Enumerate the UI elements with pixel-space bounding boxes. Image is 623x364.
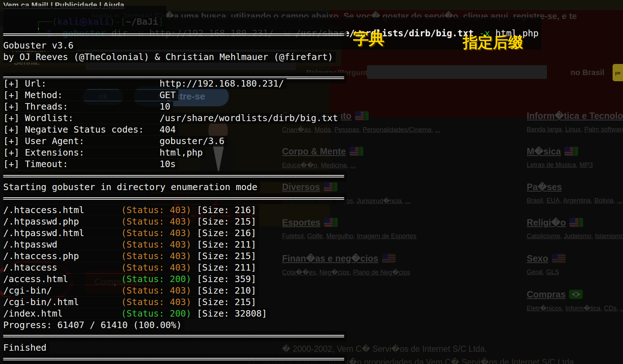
config-label: [+] Threads: bbox=[3, 101, 160, 112]
gobuster-authors: by OJ Reeves (@TheColonial) & Christian … bbox=[3, 52, 336, 63]
result-size: [Size: 215] bbox=[191, 216, 257, 227]
result-path: /.htaccess bbox=[3, 262, 121, 273]
result-row: /.htaccess.php(Status: 403) [Size: 215] bbox=[3, 251, 259, 262]
starting-line: Starting gobuster in directory enumerati… bbox=[3, 182, 260, 193]
config-row: [+] Threads:10 bbox=[3, 101, 173, 112]
config-value: html,php bbox=[160, 147, 203, 158]
result-path: /access.html bbox=[3, 274, 121, 285]
config-value: GET bbox=[160, 90, 176, 100]
separator-line: ════════════════════════════════════════… bbox=[3, 331, 347, 342]
finished-line: Finished bbox=[3, 342, 49, 353]
config-row: [+] User Agent:gobuster/3.6 bbox=[3, 136, 227, 147]
result-row: /access.html(Status: 200) [Size: 359] bbox=[3, 274, 259, 285]
progress-line: Progress: 61407 / 61410 (100.00%) bbox=[3, 320, 185, 331]
result-status: (Status: 403) bbox=[121, 262, 191, 273]
config-value: 10 bbox=[160, 101, 170, 112]
result-size: [Size: 215] bbox=[191, 251, 257, 261]
result-row: /cgi-bin/(Status: 403) [Size: 210] bbox=[3, 285, 259, 296]
config-row: [+] Negative Status codes:404 bbox=[3, 124, 179, 135]
config-value: 404 bbox=[160, 124, 176, 135]
result-status: (Status: 200) bbox=[121, 308, 191, 319]
result-size: [Size: 211] bbox=[191, 262, 257, 273]
result-row: /index.html(Status: 200) [Size: 32808] bbox=[3, 308, 270, 319]
config-label: [+] User Agent: bbox=[3, 136, 160, 147]
result-size: [Size: 211] bbox=[191, 239, 257, 250]
config-label: [+] Timeout: bbox=[3, 159, 160, 170]
result-row: /.htpasswd.html(Status: 403) [Size: 216] bbox=[3, 228, 259, 239]
result-size: [Size: 32808] bbox=[191, 308, 267, 319]
result-path: /cgi-bin/ bbox=[3, 285, 121, 296]
result-path: /cgi-bin/.html bbox=[3, 297, 121, 308]
config-row: [+] Timeout:10s bbox=[3, 159, 179, 170]
separator-line: ════════════════════════════════════════… bbox=[3, 171, 347, 182]
result-size: [Size: 216] bbox=[191, 205, 257, 215]
result-path: /.htpasswd bbox=[3, 239, 121, 250]
config-label: [+] Url: bbox=[3, 78, 160, 89]
result-status: (Status: 403) bbox=[121, 216, 191, 227]
result-size: [Size: 210] bbox=[191, 285, 257, 296]
separator-line: ════════════════════════════════════════… bbox=[3, 193, 347, 204]
result-path: /.htaccess.php bbox=[3, 251, 121, 262]
result-status: (Status: 403) bbox=[121, 251, 191, 261]
result-size: [Size: 359] bbox=[191, 274, 257, 284]
config-row: [+] Method:GET bbox=[3, 90, 179, 101]
annotation-suffix: 指定后缀 bbox=[463, 32, 523, 52]
gobuster-version: Gobuster v3.6 bbox=[3, 40, 77, 51]
result-status: (Status: 403) bbox=[121, 285, 191, 296]
config-row: [+] Extensions:html,php bbox=[3, 147, 206, 158]
result-status: (Status: 403) bbox=[121, 228, 191, 238]
config-label: [+] Negative Status codes: bbox=[3, 124, 160, 135]
result-row: /.htaccess(Status: 403) [Size: 211] bbox=[3, 262, 259, 273]
screenshot-root: Vem ca Mail! | Publicidade | Ajuda teste… bbox=[0, 0, 623, 364]
config-label: [+] Extensions: bbox=[3, 147, 160, 158]
config-value: 10s bbox=[160, 159, 176, 169]
result-size: [Size: 215] bbox=[191, 297, 257, 307]
separator-line: ════════════════════════════════════════… bbox=[3, 354, 347, 364]
result-row: /.htaccess.html(Status: 403) [Size: 216] bbox=[3, 205, 259, 216]
result-status: (Status: 403) bbox=[121, 297, 191, 307]
result-status: (Status: 403) bbox=[121, 205, 191, 215]
result-path: /.htpasswd.php bbox=[3, 216, 121, 227]
result-row: /.htpasswd(Status: 403) [Size: 211] bbox=[3, 239, 259, 250]
config-value: http://192.168.180.231/ bbox=[160, 78, 284, 89]
config-value: /usr/share/wordlists/dirb/big.txt bbox=[160, 113, 338, 123]
annotation-dictionary: 字典 bbox=[353, 28, 384, 49]
result-row: /cgi-bin/.html(Status: 403) [Size: 215] bbox=[3, 297, 259, 308]
result-path: /index.html bbox=[3, 308, 121, 319]
result-row: /.htpasswd.php(Status: 403) [Size: 215] bbox=[3, 216, 259, 227]
config-label: [+] Wordlist: bbox=[3, 113, 160, 124]
config-row: [+] Url:http://192.168.180.231/ bbox=[3, 78, 287, 89]
result-status: (Status: 403) bbox=[121, 239, 191, 250]
result-size: [Size: 216] bbox=[191, 228, 257, 238]
config-value: gobuster/3.6 bbox=[160, 136, 225, 146]
result-path: /.htpasswd.html bbox=[3, 228, 121, 239]
config-label: [+] Method: bbox=[3, 90, 160, 101]
terminal-output: ┌──(kali㉿kali)-[~/BaJi] └─$ gobuster dir… bbox=[0, 0, 623, 364]
config-row: [+] Wordlist:/usr/share/wordlists/dirb/b… bbox=[3, 113, 341, 124]
separator-line: ════════════════════════════════════════… bbox=[3, 29, 347, 40]
result-path: /.htaccess.html bbox=[3, 205, 121, 216]
result-status: (Status: 200) bbox=[121, 274, 191, 284]
